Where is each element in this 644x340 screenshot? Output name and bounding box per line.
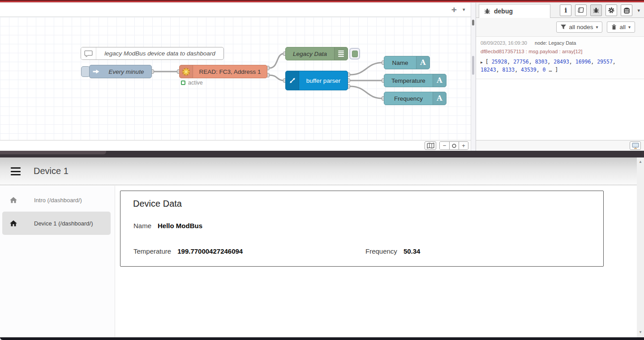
book-icon xyxy=(578,7,584,13)
screen: + ▾ xyxy=(0,0,644,340)
zoom-out-button[interactable]: − xyxy=(440,142,449,149)
window-bottom-edge xyxy=(0,337,644,340)
expand-caret-icon[interactable]: ▶ xyxy=(481,60,483,64)
tab-debug-label: debug xyxy=(494,8,513,15)
ui-text-node-temperature[interactable]: Temperature A xyxy=(384,74,447,87)
clear-messages-label: all xyxy=(619,24,626,30)
buffer-parser-node[interactable]: buffer parser xyxy=(285,71,348,90)
inject-trigger-button[interactable] xyxy=(81,66,90,77)
editor-left-pane: + ▾ xyxy=(0,3,471,151)
add-flow-button[interactable]: + xyxy=(448,4,460,15)
debug-node-legacy-data[interactable]: Legacy Data xyxy=(285,47,348,60)
node-red-editor: + ▾ xyxy=(0,3,644,151)
buffer-parser-label: buffer parser xyxy=(299,77,348,84)
separator-grip[interactable] xyxy=(472,20,474,26)
field-temperature: Temperature199.77000427246094 xyxy=(133,247,243,255)
info-tab-button[interactable]: i xyxy=(560,4,571,16)
modbus-icon xyxy=(180,65,193,78)
nav-item-intro[interactable]: Intro (/dashboard/) xyxy=(2,188,111,212)
config-tab-button[interactable] xyxy=(605,4,617,16)
home-icon xyxy=(9,219,18,228)
nav-item-label: Intro (/dashboard/) xyxy=(34,197,82,204)
inject-arrow-icon xyxy=(92,68,100,75)
ui-node-label: Name xyxy=(384,60,416,66)
debug-source-node: node: Legacy Data xyxy=(535,40,576,46)
home-icon xyxy=(9,196,18,204)
zoom-controls: − + xyxy=(439,141,468,150)
clear-messages-button[interactable]: all ▾ xyxy=(607,21,635,33)
caret-down-icon: ▾ xyxy=(596,25,598,30)
card-title: Device Data xyxy=(133,199,182,209)
sidebar-icon-buttons: i xyxy=(560,4,640,16)
field-value: 50.34 xyxy=(404,247,421,255)
scroll-down-icon[interactable]: ▼ xyxy=(637,330,644,334)
debug-enable-toggle[interactable] xyxy=(349,48,360,60)
filter-icon xyxy=(561,25,566,30)
page-scrollbar[interactable]: ▲ ▼ xyxy=(637,157,644,337)
text-a-icon: A xyxy=(433,92,446,105)
dashboard-title: Device 1 xyxy=(34,166,69,176)
flow-canvas[interactable]: legacy ModBus device data to dashboard E… xyxy=(0,17,471,140)
dashboard-body: Intro (/dashboard/) Device 1 (/dashboard… xyxy=(0,186,637,337)
sidebar-menu-caret-icon[interactable]: ▾ xyxy=(637,8,640,13)
debug-message-list: 08/09/2023, 16:09:30 node: Legacy Data d… xyxy=(476,36,644,79)
inject-node[interactable]: Every minute xyxy=(89,65,152,78)
sidebar-separator[interactable] xyxy=(471,3,476,151)
database-icon xyxy=(623,7,630,14)
status-text: active xyxy=(188,80,203,86)
ui-text-node-name[interactable]: Name A xyxy=(384,56,430,69)
ui-node-label: Temperature xyxy=(384,77,433,84)
dashboard-window: Device 1 Intro (/dashboard/) Device 1 (/… xyxy=(0,157,644,337)
map-icon xyxy=(427,143,434,149)
open-in-window-button[interactable] xyxy=(630,141,641,150)
field-frequency: Frequency50.34 xyxy=(365,247,420,255)
debug-message[interactable]: 08/09/2023, 16:09:30 node: Legacy Data d… xyxy=(476,36,644,79)
tab-debug[interactable]: debug xyxy=(479,4,550,18)
field-label: Temperature xyxy=(133,247,171,255)
field-value: 199.77000427246094 xyxy=(177,247,243,255)
sidebar-tabrow: debug i xyxy=(476,3,644,18)
inject-node-label: Every minute xyxy=(101,68,151,75)
nav-item-device-1[interactable]: Device 1 (/dashboard/) xyxy=(2,212,111,235)
scroll-up-icon[interactable]: ▲ xyxy=(637,160,644,164)
hamburger-menu-icon[interactable] xyxy=(11,167,21,175)
canvas-scrollbar-thumb[interactable] xyxy=(472,56,474,75)
modbus-node-label: READ: FC3, Address 1 xyxy=(193,68,267,75)
text-a-icon: A xyxy=(433,74,446,87)
field-name: NameHello ModBus xyxy=(133,222,202,230)
bug-icon xyxy=(593,7,599,13)
filter-nodes-label: all nodes xyxy=(569,24,593,30)
nav-item-label: Device 1 (/dashboard/) xyxy=(34,220,93,227)
window-divider xyxy=(0,151,644,157)
gear-icon xyxy=(608,7,615,14)
debug-timestamp: 08/09/2023, 16:09:30 xyxy=(481,40,527,46)
navigator-map-button[interactable] xyxy=(425,141,436,150)
comment-node-label: legacy ModBus device data to dashboard xyxy=(96,50,223,57)
debug-tab-button[interactable] xyxy=(590,4,602,16)
debug-node-label: Legacy Data xyxy=(286,51,334,57)
caret-down-icon: ▾ xyxy=(628,25,631,30)
comment-node[interactable]: legacy ModBus device data to dashboard xyxy=(81,47,224,60)
status-square-icon xyxy=(181,81,185,85)
dashboard-header: Device 1 xyxy=(0,157,637,185)
comment-bubble-icon xyxy=(81,47,96,60)
context-data-tab-button[interactable] xyxy=(621,4,632,16)
debug-message-property: df8ecbd817357113 : msg.payload : array[1… xyxy=(481,49,640,54)
dashboard-nav: Intro (/dashboard/) Device 1 (/dashboard… xyxy=(0,186,115,337)
modbus-read-node[interactable]: READ: FC3, Address 1 xyxy=(179,65,267,78)
filter-nodes-button[interactable]: all nodes ▾ xyxy=(556,21,602,33)
flow-tabbar: + ▾ xyxy=(0,3,471,17)
flow-list-caret-icon[interactable]: ▾ xyxy=(463,7,465,13)
text-a-icon: A xyxy=(416,56,429,69)
help-tab-button[interactable] xyxy=(575,4,587,16)
zoom-reset-button[interactable] xyxy=(449,142,459,149)
bug-icon xyxy=(484,8,490,14)
ui-text-node-frequency[interactable]: Frequency A xyxy=(384,92,447,105)
debug-toolbar: all nodes ▾ all ▾ xyxy=(476,18,644,36)
dashboard-main: Device Data NameHello ModBus Temperature… xyxy=(116,186,637,337)
zoom-in-button[interactable]: + xyxy=(459,142,468,149)
debug-sidebar-footer xyxy=(476,140,644,151)
modbus-status: active xyxy=(181,80,203,86)
debug-payload-array: [ 25928, 27756, 8303, 28493, 16996, 2955… xyxy=(481,59,616,73)
debug-sidebar: debug i xyxy=(476,3,644,151)
